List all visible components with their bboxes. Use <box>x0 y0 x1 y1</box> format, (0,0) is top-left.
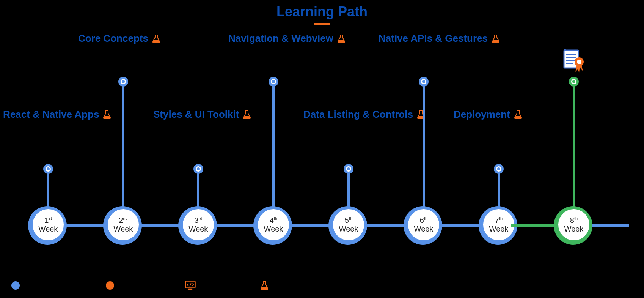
flask-icon <box>514 110 522 119</box>
flask-icon <box>152 34 160 43</box>
flask-icon <box>492 34 500 43</box>
topic-text: Styles & UI Toolkit <box>153 109 239 120</box>
legend-interview-label: Tests & Quizzes <box>273 281 333 290</box>
week-ordinal: 3rd <box>195 216 203 225</box>
legend: Courses with Video Hands-on Labs Source … <box>11 281 633 290</box>
topic-text: Core Concepts <box>78 33 148 44</box>
timeline-stem <box>122 82 124 207</box>
dot-icon <box>106 281 114 290</box>
week-label: Week <box>189 225 208 233</box>
week-label: Week <box>114 225 133 233</box>
timeline-stem-tip <box>193 164 203 174</box>
timeline-stem-tip <box>569 77 579 87</box>
timeline-stem-tip <box>118 77 128 87</box>
legend-video: Courses with Video <box>11 281 95 290</box>
week-ordinal: 2nd <box>119 216 127 225</box>
week-ordinal: 6th <box>420 216 427 225</box>
timeline-stem-tip <box>43 164 53 174</box>
legend-interview: Tests & Quizzes <box>259 281 333 290</box>
topic-text: Data Listing & Controls <box>303 109 413 120</box>
timeline-stem <box>347 169 350 207</box>
timeline-stem-tip <box>269 77 278 87</box>
title-underline <box>314 23 330 25</box>
timeline-stem-tip <box>494 164 504 174</box>
timeline-stem <box>573 82 575 207</box>
flask-icon <box>337 34 346 43</box>
week-label: Week <box>489 225 509 233</box>
legend-source-code: Source Code <box>185 281 248 290</box>
week-ordinal: 1st <box>44 216 52 225</box>
timeline-stem <box>47 169 49 207</box>
week-node: 6thWeek <box>406 207 441 243</box>
week-node: 2ndWeek <box>105 207 141 243</box>
flask-icon <box>103 110 111 119</box>
timeline-stem <box>498 169 500 207</box>
week-node: 1stWeek <box>30 207 66 243</box>
week-ordinal: 5th <box>345 216 352 225</box>
legend-source-label: Source Code <box>199 281 248 290</box>
timeline-stem <box>423 82 425 207</box>
timeline-stem-tip <box>344 164 353 174</box>
code-icon <box>185 281 196 290</box>
topic-text: Native APIs & Gestures <box>379 33 488 44</box>
legend-lab: Hands-on Labs <box>106 281 174 290</box>
svg-rect-1 <box>188 289 192 290</box>
week-node: 4thWeek <box>256 207 291 243</box>
week-label: Week <box>564 225 584 233</box>
flask-icon <box>259 281 270 290</box>
topic-label: Native APIs & Gestures <box>379 33 500 44</box>
week-node: 3rdWeek <box>181 207 216 243</box>
topic-label: Navigation & Webview <box>228 33 346 44</box>
topic-text: React & Native Apps <box>3 109 99 120</box>
topic-label: Data Listing & Controls <box>303 109 425 120</box>
dot-icon <box>11 281 20 290</box>
week-label: Week <box>339 225 358 233</box>
week-label: Week <box>414 225 434 233</box>
week-label: Week <box>39 225 58 233</box>
page-title: Learning Path <box>0 4 644 20</box>
flask-icon <box>243 110 251 119</box>
week-ordinal: 8th <box>570 216 578 225</box>
legend-video-label: Courses with Video <box>24 281 95 290</box>
timeline-stem-tip <box>419 77 429 87</box>
week-ordinal: 7th <box>495 216 503 225</box>
timeline-stem <box>197 169 199 207</box>
week-ordinal: 4th <box>270 216 277 225</box>
topic-text: Navigation & Webview <box>228 33 333 44</box>
legend-lab-label: Hands-on Labs <box>118 281 174 290</box>
week-label: Week <box>264 225 283 233</box>
topic-text: Deployment <box>454 109 510 120</box>
topic-label: Styles & UI Toolkit <box>153 109 251 120</box>
topic-label: Core Concepts <box>78 33 160 44</box>
certificate-icon <box>562 49 585 75</box>
topic-label: Deployment <box>454 109 522 120</box>
week-node: 8thWeek <box>556 207 592 243</box>
timeline-stem <box>272 82 275 207</box>
svg-point-8 <box>577 60 581 64</box>
topic-label: React & Native Apps <box>3 109 111 120</box>
week-node: 5thWeek <box>331 207 366 243</box>
